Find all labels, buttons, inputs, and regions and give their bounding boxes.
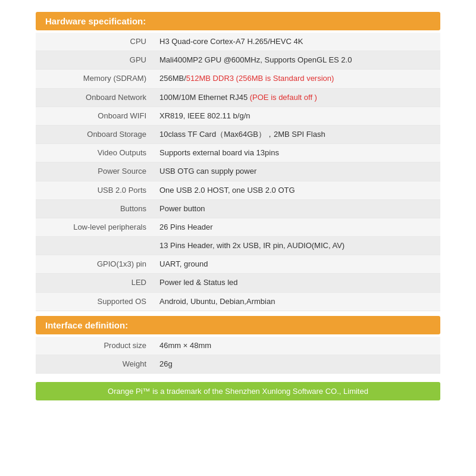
table-row: Memory (SDRAM)256MB/512MB DDR3 (256MB is… xyxy=(36,70,440,88)
spec-value: 46mm × 48mm xyxy=(155,337,440,355)
table-row: Product size46mm × 48mm xyxy=(36,337,440,355)
table-row: Power SourceUSB OTG can supply power xyxy=(36,162,440,181)
hardware-spec-table: CPUH3 Quad-core Cortex-A7 H.265/HEVC 4KG… xyxy=(36,33,440,311)
spec-label: Onboard WIFI xyxy=(36,107,155,125)
table-row: GPUMali400MP2 GPU @600MHz, Supports Open… xyxy=(36,51,440,70)
spec-label: Supported OS xyxy=(36,292,155,311)
spec-label: Buttons xyxy=(36,199,155,218)
spec-value: 256MB/512MB DDR3 (256MB is Standard vers… xyxy=(155,70,440,88)
spec-label: Onboard Network xyxy=(36,88,155,107)
spec-label: GPU xyxy=(36,51,155,70)
spec-label: USB 2.0 Ports xyxy=(36,181,155,199)
interface-section-header: Interface definition: xyxy=(36,316,440,334)
spec-value: Android, Ubuntu, Debian,Armbian xyxy=(155,292,440,311)
spec-value: 26 Pins Header xyxy=(155,218,440,236)
spec-label: Video Outputs xyxy=(36,144,155,162)
spec-value: UART, ground xyxy=(155,255,440,274)
table-row: CPUH3 Quad-core Cortex-A7 H.265/HEVC 4K xyxy=(36,33,440,51)
spec-label: Onboard Storage xyxy=(36,125,155,143)
spec-value: XR819, IEEE 802.11 b/g/n xyxy=(155,107,440,125)
spec-label: Power Source xyxy=(36,162,155,181)
table-row: Supported OSAndroid, Ubuntu, Debian,Armb… xyxy=(36,292,440,311)
footer-trademark: Orange Pi™ is a trademark of the Shenzhe… xyxy=(36,382,440,400)
spec-value: 10class TF Card（Max64GB），2MB SPI Flash xyxy=(155,125,440,143)
spec-label: Low-level peripherals xyxy=(36,218,155,236)
table-row: USB 2.0 PortsOne USB 2.0 HOST, one USB 2… xyxy=(36,181,440,199)
spec-label: Memory (SDRAM) xyxy=(36,70,155,88)
table-row: 13 Pins Header, with 2x USB, IR pin, AUD… xyxy=(36,237,440,255)
spec-label: CPU xyxy=(36,33,155,51)
spec-label: Weight xyxy=(36,355,155,374)
hardware-section-header: Hardware specification: xyxy=(36,12,440,30)
spec-value: Supports external board via 13pins xyxy=(155,144,440,162)
table-row: ButtonsPower button xyxy=(36,199,440,218)
spec-value: Mali400MP2 GPU @600MHz, Supports OpenGL … xyxy=(155,51,440,70)
table-row: Video OutputsSupports external board via… xyxy=(36,144,440,162)
spec-label: LED xyxy=(36,274,155,292)
table-row: Weight26g xyxy=(36,355,440,374)
spec-value: 26g xyxy=(155,355,440,374)
table-row: Onboard Network100M/10M Ethernet RJ45 (P… xyxy=(36,88,440,107)
table-row: GPIO(1x3) pinUART, ground xyxy=(36,255,440,274)
table-row: LEDPower led & Status led xyxy=(36,274,440,292)
spec-label: GPIO(1x3) pin xyxy=(36,255,155,274)
spec-value: Power led & Status led xyxy=(155,274,440,292)
spec-value: Power button xyxy=(155,199,440,218)
spec-value: 100M/10M Ethernet RJ45 (POE is default o… xyxy=(155,88,440,107)
spec-value: USB OTG can supply power xyxy=(155,162,440,181)
spec-label: Product size xyxy=(36,337,155,355)
spec-value: H3 Quad-core Cortex-A7 H.265/HEVC 4K xyxy=(155,33,440,51)
spec-label xyxy=(36,237,155,255)
interface-spec-table: Product size46mm × 48mmWeight26g xyxy=(36,337,440,374)
table-row: Low-level peripherals26 Pins Header xyxy=(36,218,440,236)
table-row: Onboard WIFIXR819, IEEE 802.11 b/g/n xyxy=(36,107,440,125)
spec-value: One USB 2.0 HOST, one USB 2.0 OTG xyxy=(155,181,440,199)
spec-value: 13 Pins Header, with 2x USB, IR pin, AUD… xyxy=(155,237,440,255)
table-row: Onboard Storage10class TF Card（Max64GB），… xyxy=(36,125,440,143)
